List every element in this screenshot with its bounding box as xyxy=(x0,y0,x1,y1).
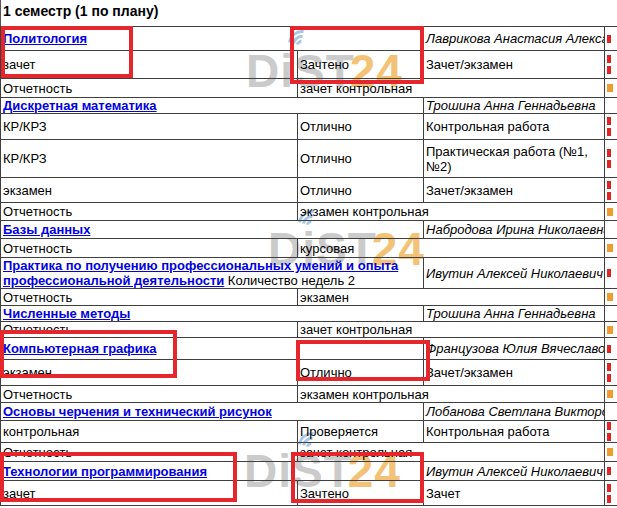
subject-cell: Численные методы xyxy=(1,306,424,322)
clipped-text-fragment xyxy=(607,448,613,456)
table-row: Отчетностьэкзамен контрольная xyxy=(1,386,617,403)
clipped-text-fragments xyxy=(607,422,616,441)
grade-status-cell: Зачтено xyxy=(298,481,424,506)
table-row: зачетЗачтеноЗачет/экзамен xyxy=(1,51,617,79)
clipped-text-fragment xyxy=(607,149,611,157)
report-label-cell: Отчетность xyxy=(1,386,298,403)
clipped-text-fragment xyxy=(607,84,613,92)
table-row: Технологии программированияИвутин Алексе… xyxy=(1,462,617,481)
report-value-cell: экзамен контрольная xyxy=(298,203,605,221)
work-type-cell: Практическая работа (№1, №2) xyxy=(424,140,605,178)
subject-link[interactable]: Политология xyxy=(3,31,87,46)
subject-link[interactable]: Численные методы xyxy=(3,306,130,321)
clipped-edge-cell xyxy=(605,51,617,79)
clipped-text-fragment xyxy=(607,181,611,189)
clipped-text-fragments xyxy=(607,181,616,200)
clipped-text-fragment xyxy=(607,484,611,492)
clipped-text-fragments xyxy=(607,448,616,456)
clipped-text-fragments xyxy=(607,84,616,92)
teacher-name-cell: Лаврикова Анастасия Алекса xyxy=(424,27,605,51)
subject-link[interactable]: Основы черчения и технический рисунок xyxy=(3,404,272,419)
assessment-type-cell: зачет xyxy=(1,481,298,506)
clipped-edge-cell xyxy=(605,140,617,178)
work-type-cell: Зачет/экзамен xyxy=(424,51,605,79)
clipped-edge-cell xyxy=(605,322,617,338)
clipped-text-fragments xyxy=(607,55,616,74)
semester-header: 1 семестр (1 по плану) xyxy=(3,3,158,19)
clipped-edge-cell xyxy=(605,114,617,140)
teacher-name-cell: Трошина Анна Геннадьевна xyxy=(424,306,605,322)
grade-status-cell: Отлично xyxy=(298,178,424,203)
grades-table: ПолитологияЛаврикова Анастасия Алексазач… xyxy=(0,26,617,506)
report-value-cell: зачет контрольная xyxy=(298,443,605,462)
assessment-type-cell: зачет xyxy=(1,51,298,79)
clipped-text-fragment xyxy=(607,269,611,277)
teacher-name-cell: Трошина Анна Геннадьевна xyxy=(424,98,605,114)
table-row: Отчетностьэкзамен xyxy=(1,289,617,306)
clipped-text-fragment xyxy=(607,390,613,398)
subject-link[interactable]: Дискретная математика xyxy=(3,98,157,113)
teacher-name-cell: Ивутин Алексей Николаевич xyxy=(424,462,605,481)
clipped-text-fragment xyxy=(607,326,613,334)
weeks-count-label: Количество недель 2 xyxy=(224,273,355,288)
subject-link[interactable]: Технологии программирования xyxy=(3,464,207,479)
clipped-text-fragments xyxy=(607,117,616,136)
table-row: Практика по получению профессиональных у… xyxy=(1,258,617,289)
clipped-edge-cell xyxy=(605,79,617,98)
clipped-text-fragment xyxy=(607,293,613,301)
clipped-text-fragment xyxy=(607,66,611,74)
table-row: Компьютерная графикаФранцузова Юлия Вяче… xyxy=(1,338,617,360)
teacher-name-cell: Набродова Ирина Николаевна xyxy=(424,221,605,239)
clipped-text-fragments xyxy=(607,149,616,168)
clipped-text-fragment xyxy=(607,467,611,475)
table-row: КР/КРЗОтличноПрактическая работа (№1, №2… xyxy=(1,140,617,178)
clipped-edge-cell xyxy=(605,203,617,221)
table-row: Отчетностькурсовая xyxy=(1,239,617,258)
table-row: Отчетностьэкзамен контрольная xyxy=(1,203,617,221)
clipped-text-fragments xyxy=(607,269,616,277)
work-type-cell: Зачет/экзамен xyxy=(424,360,605,386)
assessment-type-cell: экзамен xyxy=(1,178,298,203)
clipped-edge-cell xyxy=(605,462,617,481)
gradebook-screen: 1 семестр (1 по плану) DiST24 DiST24 DiS… xyxy=(0,0,617,508)
clipped-text-fragments xyxy=(607,484,616,503)
teacher-name-cell: Ивутин Алексей Николаевич xyxy=(424,258,605,289)
clipped-edge-cell xyxy=(605,403,617,421)
report-value-cell: зачет контрольная xyxy=(298,79,605,98)
table-row: Отчетностьзачет контрольная xyxy=(1,443,617,462)
clipped-edge-cell xyxy=(605,338,617,360)
clipped-text-fragment xyxy=(607,374,611,382)
subject-link[interactable]: Базы данных xyxy=(3,222,90,237)
clipped-text-fragments xyxy=(607,467,616,475)
report-label-cell: Отчетность xyxy=(1,289,298,306)
table-row: ПолитологияЛаврикова Анастасия Алекса xyxy=(1,27,617,51)
work-type-cell: Зачет xyxy=(424,481,605,506)
subject-cell: Компьютерная графика xyxy=(1,338,424,360)
subject-cell: Технологии программирования xyxy=(1,462,424,481)
clipped-text-fragments xyxy=(607,244,616,252)
table-row: зачетЗачтеноЗачет xyxy=(1,481,617,506)
clipped-edge-cell xyxy=(605,421,617,443)
clipped-text-fragments xyxy=(607,363,616,382)
table-row: экзаменОтличноЗачет/экзамен xyxy=(1,178,617,203)
clipped-edge-cell xyxy=(605,443,617,462)
clipped-edge-cell xyxy=(605,481,617,506)
report-label-cell: Отчетность xyxy=(1,203,298,221)
subject-cell: Базы данных xyxy=(1,221,424,239)
clipped-text-fragment xyxy=(607,192,611,200)
subject-cell: Политология xyxy=(1,27,424,51)
clipped-text-fragments xyxy=(607,326,616,334)
subject-link[interactable]: Компьютерная графика xyxy=(3,341,156,356)
assessment-type-cell: КР/КРЗ xyxy=(1,140,298,178)
grade-status-cell: Проверяется xyxy=(298,421,424,443)
table-row: Отчетностьзачет контрольная xyxy=(1,79,617,98)
clipped-text-fragments xyxy=(607,345,616,353)
report-label-cell: Отчетность xyxy=(1,443,298,462)
clipped-edge-cell xyxy=(605,306,617,322)
table-row: Основы черчения и технический рисунокЛоб… xyxy=(1,403,617,421)
clipped-edge-cell xyxy=(605,239,617,258)
clipped-text-fragment xyxy=(607,244,613,252)
table-row: Численные методыТрошина Анна Геннадьевна xyxy=(1,306,617,322)
clipped-text-fragment xyxy=(607,422,611,430)
work-type-cell: Контрольная работа xyxy=(424,114,605,140)
